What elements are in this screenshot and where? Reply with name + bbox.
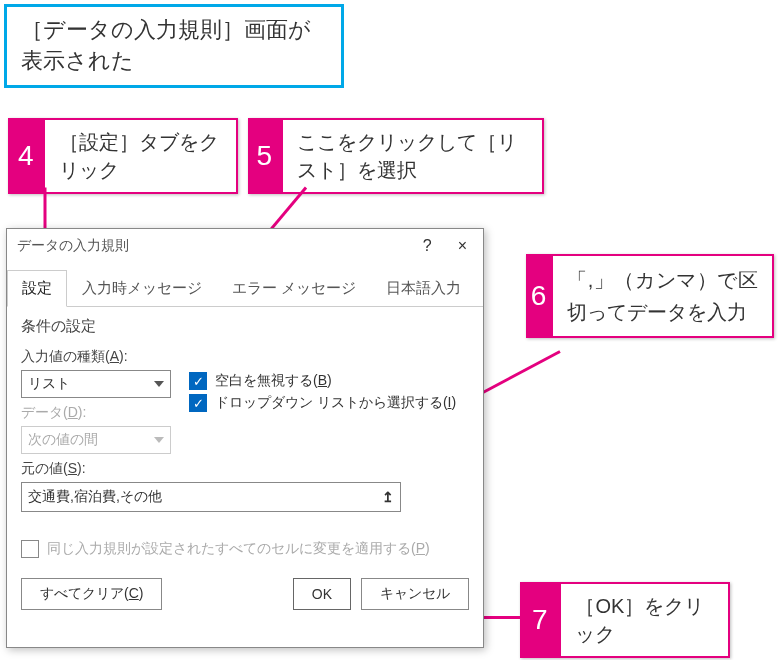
data-label: データ(D): <box>21 404 171 422</box>
titlebar: データの入力規則 ? × <box>7 229 483 263</box>
caption-box: ［データの入力規則］画面が表示された <box>4 4 344 88</box>
chevron-down-icon <box>154 437 164 443</box>
chevron-down-icon <box>154 381 164 387</box>
callout-6: 6 「,」（カンマ）で区切ってデータを入力 <box>526 254 774 338</box>
ok-button[interactable]: OK <box>293 578 351 610</box>
tab-ime[interactable]: 日本語入力 <box>371 270 476 307</box>
callout-4-text: ［設定］タブをクリック <box>43 118 238 194</box>
caption-text: ［データの入力規則］画面が表示された <box>21 17 311 73</box>
section-title: 条件の設定 <box>7 307 483 342</box>
allow-dropdown[interactable]: リスト <box>21 370 171 398</box>
callout-6-text: 「,」（カンマ）で区切ってデータを入力 <box>551 254 774 338</box>
source-value: 交通費,宿泊費,その他 <box>28 488 162 506</box>
close-button[interactable]: × <box>448 235 477 257</box>
callout-4-num: 4 <box>8 118 43 194</box>
tab-strip: 設定 入力時メッセージ エラー メッセージ 日本語入力 <box>7 269 483 307</box>
ignore-blank-label: 空白を無視する(B) <box>215 372 332 390</box>
tab-input-message[interactable]: 入力時メッセージ <box>67 270 217 307</box>
range-picker-icon[interactable]: ↥ <box>382 489 394 505</box>
callout-7-num: 7 <box>520 582 559 658</box>
apply-all-label: 同じ入力規則が設定されたすべてのセルに変更を適用する(P) <box>47 540 430 558</box>
data-validation-dialog: データの入力規則 ? × 設定 入力時メッセージ エラー メッセージ 日本語入力… <box>6 228 484 648</box>
source-input[interactable]: 交通費,宿泊費,その他 ↥ <box>21 482 401 512</box>
dialog-title: データの入力規則 <box>17 237 129 255</box>
callout-5-text: ここをクリックして［リスト］を選択 <box>281 118 544 194</box>
checkbox-checked-icon: ✓ <box>189 372 207 390</box>
tab-settings[interactable]: 設定 <box>7 270 67 307</box>
incell-dropdown-checkbox[interactable]: ✓ ドロップダウン リストから選択する(I) <box>189 394 456 412</box>
callout-7-text: ［OK］をクリック <box>559 582 730 658</box>
callout-7: 7 ［OK］をクリック <box>520 582 730 658</box>
allow-value: リスト <box>28 375 70 393</box>
source-label: 元の値(S): <box>21 460 469 478</box>
callout-6-num: 6 <box>526 254 551 338</box>
checkbox-empty-icon[interactable] <box>21 540 39 558</box>
type-label: 入力値の種類(A): <box>21 348 171 366</box>
apply-all-row: 同じ入力規則が設定されたすべてのセルに変更を適用する(P) <box>7 512 483 568</box>
data-value: 次の値の間 <box>28 431 98 449</box>
cancel-button[interactable]: キャンセル <box>361 578 469 610</box>
callout-5-num: 5 <box>248 118 281 194</box>
callout-5: 5 ここをクリックして［リスト］を選択 <box>248 118 544 194</box>
incell-dropdown-label: ドロップダウン リストから選択する(I) <box>215 394 456 412</box>
callout-4: 4 ［設定］タブをクリック <box>8 118 238 194</box>
tab-error-alert[interactable]: エラー メッセージ <box>217 270 371 307</box>
ignore-blank-checkbox[interactable]: ✓ 空白を無視する(B) <box>189 372 456 390</box>
help-button[interactable]: ? <box>415 235 440 257</box>
checkbox-checked-icon: ✓ <box>189 394 207 412</box>
clear-all-button[interactable]: すべてクリア(C) <box>21 578 162 610</box>
data-dropdown: 次の値の間 <box>21 426 171 454</box>
